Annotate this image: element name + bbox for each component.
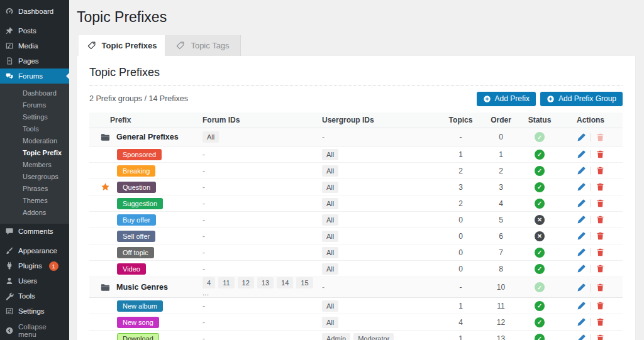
- status-cell: ✓: [521, 244, 558, 261]
- sidebar-item-posts[interactable]: Posts: [0, 23, 69, 38]
- status-cell: ✕: [521, 212, 558, 228]
- edit-button[interactable]: [577, 215, 586, 224]
- tab-topic-tags[interactable]: Topic Tags: [165, 35, 241, 56]
- action-buttons: Add PrefixAdd Prefix Group: [477, 92, 623, 106]
- edit-button[interactable]: [577, 133, 586, 142]
- edit-button[interactable]: [577, 166, 586, 175]
- edit-button[interactable]: [577, 264, 586, 273]
- col-header-order: Order: [481, 112, 521, 128]
- delete-button[interactable]: [596, 248, 605, 257]
- actions-cell: [558, 244, 623, 261]
- prefix-row: Question-All33✓: [89, 179, 623, 195]
- prefix-cell-content: Sell offer: [91, 231, 201, 242]
- tab-topic-prefixes[interactable]: Topic Prefixes: [79, 35, 165, 56]
- trash-icon: [596, 150, 605, 159]
- action-separator: [591, 183, 591, 191]
- prefix-cell-content: Question: [91, 182, 201, 193]
- sidebar-item-settings[interactable]: Settings: [0, 304, 69, 319]
- status-cell: ✓: [521, 314, 558, 331]
- topics-cell: -: [440, 277, 481, 298]
- prefix-cell: New song: [89, 314, 201, 331]
- delete-button[interactable]: [596, 334, 605, 340]
- delete-button[interactable]: [596, 215, 605, 224]
- sidebar-item-pages[interactable]: Pages: [0, 53, 69, 69]
- sidebar-item-plugins[interactable]: Plugins1: [0, 258, 69, 273]
- sidebar-item-label: Settings: [18, 307, 45, 315]
- ids-cell: -: [201, 195, 321, 212]
- sidebar-subitem-members[interactable]: Members: [0, 159, 69, 171]
- appearance-icon: [5, 246, 14, 255]
- sidebar-subitem-themes[interactable]: Themes: [0, 195, 69, 207]
- sidebar-item-collapse-menu[interactable]: Collapse menu: [0, 323, 69, 338]
- order-cell: 1: [481, 146, 521, 163]
- prefixes-table: PrefixForum IDsUsergroup IDsTopicsOrderS…: [89, 112, 623, 340]
- sidebar-subitem-phrases[interactable]: Phrases: [0, 183, 69, 195]
- edit-button[interactable]: [577, 231, 586, 241]
- sidebar-item-tools[interactable]: Tools: [0, 288, 69, 304]
- actions-cell: [558, 228, 623, 244]
- status-active-icon: ✓: [535, 301, 545, 311]
- star-icon: [101, 182, 110, 192]
- delete-button[interactable]: [596, 199, 605, 208]
- delete-button[interactable]: [596, 231, 605, 241]
- prefix-badge: New album: [117, 300, 163, 312]
- edit-button[interactable]: [577, 301, 586, 310]
- sidebar-item-label: Posts: [18, 27, 36, 35]
- sidebar-subitem-tools[interactable]: Tools: [0, 123, 69, 135]
- sidebar-item-forums[interactable]: Forums: [0, 69, 69, 84]
- sidebar-subitem-topic-prefix[interactable]: Topic Prefix: [0, 147, 69, 159]
- prefix-badge: Video: [117, 263, 146, 275]
- sidebar-subitem-forums[interactable]: Forums: [0, 99, 69, 111]
- ids-cell: -: [201, 331, 321, 340]
- sidebar-subitem-settings[interactable]: Settings: [0, 111, 69, 123]
- sidebar-subitem-usergroups[interactable]: Usergroups: [0, 171, 69, 183]
- ids-cell: -: [201, 298, 321, 314]
- id-chip: All: [322, 317, 338, 328]
- order-cell: 8: [481, 261, 521, 277]
- sidebar-item-label: Comments: [18, 228, 53, 235]
- trash-icon: [596, 199, 605, 208]
- add-prefix-group-button[interactable]: Add Prefix Group: [540, 92, 623, 106]
- delete-button[interactable]: [596, 264, 605, 273]
- prefix-row: Suggestion-All24✓: [89, 195, 623, 212]
- edit-button[interactable]: [577, 182, 586, 192]
- sidebar-subitem-addons[interactable]: Addons: [0, 207, 69, 219]
- prefix-cell-content: Music Genres: [91, 282, 201, 293]
- edit-button[interactable]: [577, 150, 586, 159]
- forum-ids-dash: -: [203, 334, 205, 340]
- dotted-divider: [89, 85, 623, 85]
- edit-button[interactable]: [577, 248, 586, 257]
- delete-button[interactable]: [596, 150, 605, 159]
- pencil-icon: [577, 150, 586, 159]
- delete-button[interactable]: [596, 301, 605, 310]
- prefix-row: Off topic-All07✓: [89, 244, 623, 261]
- add-prefix-button[interactable]: Add Prefix: [477, 92, 536, 106]
- prefix-row: Breaking-All22✓: [89, 163, 623, 179]
- ids-cell: -: [201, 244, 321, 261]
- edit-button[interactable]: [577, 199, 586, 208]
- sidebar-subitem-dashboard[interactable]: Dashboard: [0, 87, 69, 99]
- delete-button[interactable]: [596, 317, 605, 327]
- delete-button[interactable]: [596, 283, 605, 292]
- edit-button[interactable]: [577, 334, 586, 340]
- sidebar-item-dashboard[interactable]: Dashboard: [0, 4, 69, 19]
- delete-button[interactable]: [596, 166, 605, 175]
- edit-button[interactable]: [577, 317, 586, 327]
- topics-cell: 0: [440, 228, 481, 244]
- ids-cell: AdminModerator: [321, 331, 440, 340]
- edit-button[interactable]: [577, 283, 586, 292]
- sidebar-item-appearance[interactable]: Appearance: [0, 243, 69, 258]
- sidebar-item-media[interactable]: Media: [0, 38, 69, 53]
- row-actions: [558, 166, 623, 175]
- action-separator: [591, 133, 591, 141]
- sidebar-item-users[interactable]: Users: [0, 273, 69, 288]
- tab-label: Topic Prefixes: [102, 41, 157, 50]
- id-chip: All: [322, 231, 338, 242]
- sidebar-item-comments[interactable]: Comments: [0, 224, 69, 239]
- status-inactive-icon: ✕: [535, 215, 545, 225]
- prefix-badge: Download: [117, 333, 159, 340]
- ids-cell: -: [201, 212, 321, 228]
- sidebar-item-label: Users: [18, 277, 37, 285]
- sidebar-subitem-moderation[interactable]: Moderation: [0, 135, 69, 147]
- delete-button[interactable]: [596, 182, 605, 192]
